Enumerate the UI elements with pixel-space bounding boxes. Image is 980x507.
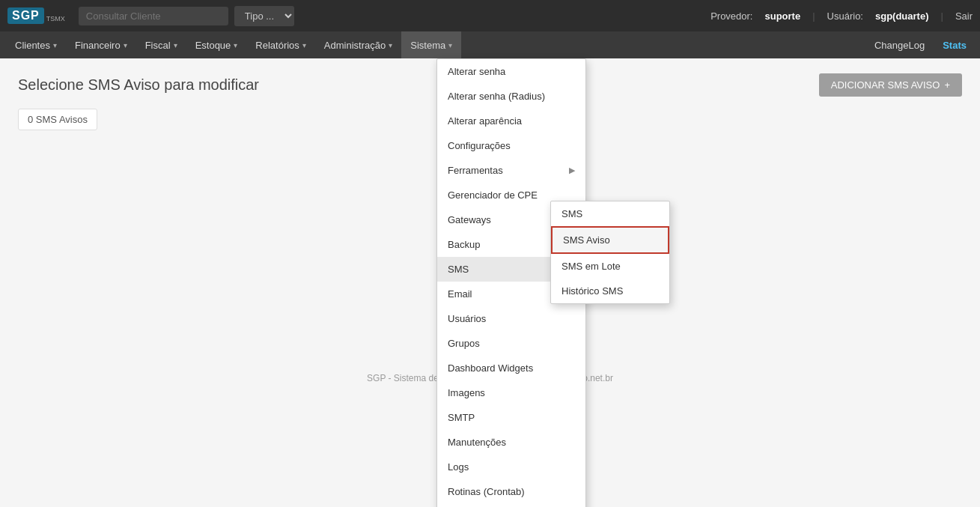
usuario-label: Usuário:: [827, 10, 863, 22]
submenu-historico-sms[interactable]: Histórico SMS: [551, 279, 669, 303]
submenu-sms-aviso-label: SMS Aviso: [563, 234, 610, 246]
chevron-down-icon: ▾: [302, 41, 306, 49]
menu-imagens-label: Imagens: [448, 387, 485, 398]
nav-fiscal[interactable]: Fiscal ▾: [136, 31, 186, 58]
menu-imagens[interactable]: Imagens: [437, 380, 585, 398]
menu-alterar-senha-radius-label: Alterar senha (Radius): [448, 91, 545, 102]
submenu-sms-em-lote-label: SMS em Lote: [561, 261, 621, 272]
usuario-value: sgp(duarte): [875, 10, 929, 22]
nav-estoque-label: Estoque: [195, 40, 231, 51]
menu-alterar-senha-radius[interactable]: Alterar senha (Radius): [437, 84, 585, 109]
provedor-value: suporte: [765, 10, 801, 22]
chevron-down-icon: ▾: [174, 41, 177, 49]
chevron-down-icon: ▾: [53, 41, 57, 49]
nav-relatorios-label: Relatórios: [255, 40, 299, 51]
nav-changelog[interactable]: ChangeLog: [867, 31, 932, 58]
menu-grupos[interactable]: Grupos: [437, 331, 585, 356]
submenu-sms-label: SMS: [561, 208, 582, 219]
nav-clientes-label: Clientes: [15, 40, 50, 51]
menu-usuarios[interactable]: Usuários: [437, 306, 585, 331]
menu-configuracoes-label: Configurações: [448, 140, 511, 151]
arrow-right-icon: ▶: [569, 166, 575, 175]
chevron-down-icon: ▾: [124, 41, 127, 49]
submenu-sms-aviso[interactable]: SMS Aviso: [551, 226, 669, 254]
count-badge: 0 SMS Avisos: [18, 109, 97, 130]
add-button-label: ADICIONAR SMS AVISO: [831, 79, 940, 91]
nav-relatorios[interactable]: Relatórios ▾: [246, 31, 315, 58]
sms-submenu: SMS SMS Aviso SMS em Lote Histórico SMS: [550, 201, 670, 304]
nav-stats[interactable]: Stats: [935, 31, 974, 58]
menu-dashboard-widgets-label: Dashboard Widgets: [448, 362, 533, 374]
nav-financeiro-label: Financeiro: [75, 40, 121, 51]
topbar-right: Provedor: suporte | Usuário: sgp(duarte)…: [710, 10, 973, 22]
nav-sistema[interactable]: Sistema ▾: [401, 31, 461, 58]
provedor-label: Provedor:: [710, 10, 752, 22]
sair-button[interactable]: Sair: [955, 10, 973, 22]
navbar: Clientes ▾ Financeiro ▾ Fiscal ▾ Estoque…: [0, 31, 980, 58]
nav-administracao-label: Administração: [324, 40, 386, 51]
nav-financeiro[interactable]: Financeiro ▾: [66, 31, 136, 58]
menu-ferramentas-label: Ferramentas: [448, 165, 503, 176]
add-sms-aviso-button[interactable]: ADICIONAR SMS AVISO +: [819, 73, 962, 97]
menu-email-label: Email: [448, 288, 472, 300]
search-input[interactable]: [79, 7, 228, 25]
nav-right: ChangeLog Stats: [867, 31, 974, 58]
menu-configuracoes[interactable]: Configurações: [437, 133, 585, 158]
logo: SGP TSMX: [7, 7, 65, 24]
chevron-down-icon: ▾: [389, 41, 392, 49]
menu-sms-label: SMS: [448, 264, 469, 275]
nav-fiscal-label: Fiscal: [145, 40, 171, 51]
logo-text: SGP: [7, 7, 44, 24]
nav-clientes[interactable]: Clientes ▾: [6, 31, 66, 58]
chevron-down-icon: ▾: [448, 41, 452, 49]
menu-dashboard-widgets[interactable]: Dashboard Widgets: [437, 356, 585, 380]
nav-administracao[interactable]: Administração ▾: [315, 31, 401, 58]
topbar: SGP TSMX Tipo ... Provedor: suporte | Us…: [0, 0, 980, 31]
menu-gerenciador-cpe-label: Gerenciador de CPE: [448, 189, 538, 201]
menu-backup-label: Backup: [448, 239, 480, 250]
menu-alterar-aparencia[interactable]: Alterar aparência: [437, 109, 585, 133]
type-select[interactable]: Tipo ...: [234, 6, 294, 26]
chevron-down-icon: ▾: [234, 41, 237, 49]
menu-grupos-label: Grupos: [448, 338, 480, 349]
submenu-historico-sms-label: Histórico SMS: [561, 285, 623, 297]
submenu-sms[interactable]: SMS: [551, 201, 669, 226]
menu-gateways-label: Gateways: [448, 214, 491, 225]
nav-estoque[interactable]: Estoque ▾: [186, 31, 247, 58]
menu-usuarios-label: Usuários: [448, 313, 486, 324]
menu-ferramentas[interactable]: Ferramentas ▶: [437, 158, 585, 183]
logo-sub: TSMX: [46, 15, 65, 22]
submenu-sms-em-lote[interactable]: SMS em Lote: [551, 254, 669, 279]
nav-sistema-label: Sistema: [410, 40, 445, 51]
menu-alterar-senha-label: Alterar senha: [448, 66, 505, 77]
page-title: Selecione SMS Aviso para modificar: [18, 76, 259, 94]
menu-alterar-senha[interactable]: Alterar senha: [437, 59, 585, 84]
menu-alterar-aparencia-label: Alterar aparência: [448, 115, 522, 127]
plus-icon: +: [944, 79, 950, 91]
